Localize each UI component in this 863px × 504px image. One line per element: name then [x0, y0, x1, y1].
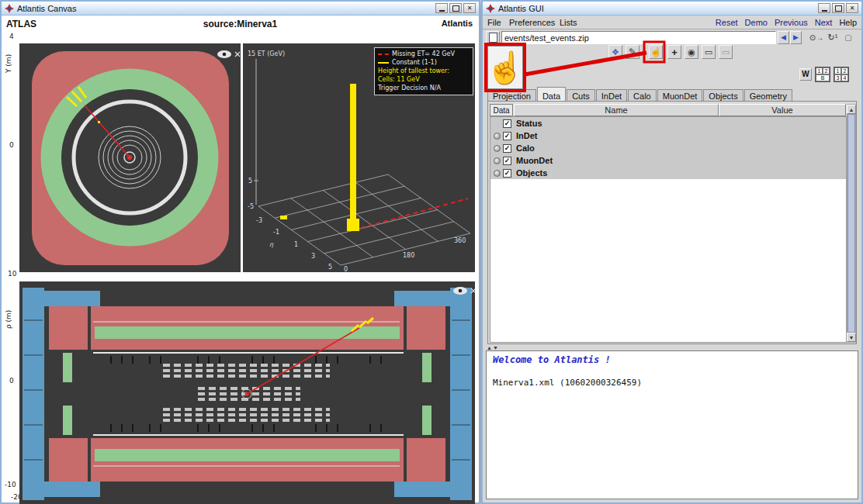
- yx-yaxis-label: Y (m): [5, 54, 12, 73]
- expand-toggle-icon[interactable]: [494, 145, 501, 152]
- magnified-pick-cursor: ☝: [487, 46, 523, 89]
- new-window-icon[interactable]: ▢: [841, 31, 855, 44]
- lego-legend: Missing ET= 42 GeV Constant (1-1) Height…: [374, 47, 473, 95]
- atlantis-gui-window: Atlantis GUI ✕ File Preferences Lists Re…: [483, 2, 861, 502]
- canvas-titlebar[interactable]: Atlantis Canvas ✕: [2, 2, 479, 16]
- svg-text:3: 3: [311, 253, 315, 260]
- svg-text:0: 0: [344, 266, 348, 272]
- yx-ytick-zero: 0: [9, 141, 14, 149]
- step-mode-icon[interactable]: ⊙→: [809, 31, 824, 44]
- table-row-status[interactable]: ✓ Status: [490, 117, 846, 129]
- table-scrollbar[interactable]: ▲ ▼: [847, 104, 856, 343]
- legend-constant: Constant (1-1): [392, 58, 437, 67]
- draw-mode-icon[interactable]: ✎: [626, 45, 639, 59]
- svg-text:-3: -3: [256, 217, 262, 224]
- menu-lists[interactable]: Lists: [560, 18, 577, 27]
- fisheye-mode-icon[interactable]: ◉: [685, 45, 698, 59]
- minimize-icon[interactable]: [818, 3, 830, 13]
- rz-rhoaxis-label: ρ (m): [5, 310, 12, 329]
- file-icon: [489, 33, 497, 43]
- rz-rhotick-zero: 0: [9, 377, 14, 385]
- yx-projection-view[interactable]: [19, 43, 241, 272]
- menu-preferences[interactable]: Preferences: [509, 18, 555, 27]
- row-label: Calo: [516, 143, 535, 153]
- maximize-icon[interactable]: [449, 3, 462, 13]
- scrollbar-thumb[interactable]: [847, 114, 855, 333]
- row-label: MuonDet: [516, 156, 553, 165]
- menu-help[interactable]: Help: [839, 18, 857, 27]
- next-event-button[interactable]: ▶: [790, 31, 802, 44]
- copy-icon[interactable]: ▭: [719, 45, 733, 59]
- yx-ytick-top: 4: [9, 33, 14, 40]
- status-checkbox[interactable]: ✓: [503, 119, 511, 128]
- app-icon: [5, 4, 14, 13]
- et-tower: [350, 84, 356, 231]
- zoom-move-rotate-icon[interactable]: ❖: [608, 45, 622, 59]
- expand-toggle-icon[interactable]: [494, 157, 501, 164]
- hand-cursor-icon: ☝: [486, 50, 525, 86]
- table-row-muondet[interactable]: ✓ MuonDet: [490, 154, 846, 167]
- rz-rhotick-bottom: -10: [5, 481, 16, 488]
- data-tab-panel: Data Name Value ✓ Status ✓ InDet ✓ Calo: [487, 101, 857, 344]
- layout-grid-button[interactable]: 12 34: [834, 67, 849, 82]
- menu-demo[interactable]: Demo: [745, 18, 768, 27]
- loop-once-icon[interactable]: ↻¹: [826, 31, 840, 44]
- table-row-indet[interactable]: ✓ InDet: [490, 129, 846, 142]
- data-corner-tab[interactable]: Data: [490, 104, 513, 116]
- layout-split-button[interactable]: 12 B: [815, 67, 830, 82]
- constant-sample: [378, 62, 389, 64]
- rz-rhotick-top: 10: [8, 270, 16, 278]
- objects-checkbox[interactable]: ✓: [503, 169, 511, 178]
- console-output[interactable]: Welcome to Atlantis ! Minerva1.xml (1060…: [486, 350, 858, 499]
- menu-right-group: Reset Demo Previous Next Help: [716, 18, 857, 27]
- rubberband-zoom-icon[interactable]: ▭: [702, 45, 716, 59]
- svg-text:180: 180: [403, 252, 414, 259]
- canvas-body: ATLAS source:Minerva1 Atlantis 4 Y (m) 0…: [2, 16, 479, 502]
- svg-text:1: 1: [294, 241, 298, 248]
- atlantis-canvas-window: Atlantis Canvas ✕ ATLAS source:Minerva1 …: [2, 2, 479, 502]
- table-row-objects[interactable]: ✓ Objects: [490, 167, 846, 179]
- close-icon[interactable]: ✕: [463, 3, 476, 13]
- row-label: Status: [516, 119, 542, 128]
- event-file-input[interactable]: [501, 31, 776, 44]
- menu-reset[interactable]: Reset: [716, 18, 738, 27]
- expand-toggle-icon[interactable]: [494, 133, 501, 140]
- legend-missing-et: Missing ET= 42 GeV: [392, 50, 455, 58]
- w-window-button[interactable]: W: [799, 68, 812, 81]
- column-header-name[interactable]: Name: [514, 104, 719, 116]
- previous-event-button[interactable]: ◀: [778, 31, 789, 44]
- menu-next[interactable]: Next: [815, 18, 833, 27]
- pan-mode-icon[interactable]: +: [667, 45, 681, 59]
- welcome-message: Welcome to Atlantis !: [493, 354, 851, 365]
- split-divider[interactable]: ▲ ▼: [484, 344, 860, 350]
- menu-file[interactable]: File: [487, 18, 501, 27]
- legend-height-title: Height of tallest tower:: [378, 67, 449, 75]
- close-icon[interactable]: ✕: [846, 3, 858, 13]
- legend-cells: Cells: 11 GeV: [378, 75, 420, 84]
- svg-text:5: 5: [328, 264, 332, 271]
- collapse-down-icon[interactable]: ▼: [493, 345, 498, 350]
- svg-text:-5: -5: [248, 203, 254, 210]
- canvas-header-atlantis: Atlantis: [442, 19, 473, 28]
- rz-projection-view[interactable]: [19, 281, 475, 504]
- collapse-up-icon[interactable]: ▲: [487, 345, 492, 350]
- calo-checkbox[interactable]: ✓: [503, 144, 511, 153]
- maximize-icon[interactable]: [832, 3, 844, 13]
- pick-mode-icon[interactable]: ☝: [649, 45, 663, 59]
- svg-text:360: 360: [454, 237, 466, 244]
- scroll-down-icon[interactable]: ▼: [847, 333, 856, 342]
- open-file-button[interactable]: [486, 31, 500, 44]
- indet-checkbox[interactable]: ✓: [503, 132, 511, 140]
- desktop: Atlantis Canvas ✕ ATLAS source:Minerva1 …: [0, 0, 863, 504]
- menu-previous[interactable]: Previous: [775, 18, 808, 27]
- minimize-icon[interactable]: [435, 3, 448, 13]
- gui-titlebar[interactable]: Atlantis GUI ✕: [483, 2, 861, 16]
- app-icon: [486, 4, 495, 13]
- muondet-checkbox[interactable]: ✓: [503, 157, 511, 165]
- et-axis-label: 15 ET (GeV): [248, 50, 285, 57]
- data-tree-table: ✓ Status ✓ InDet ✓ Calo ✓ MuonDet: [490, 116, 847, 343]
- expand-toggle-icon[interactable]: [494, 170, 501, 177]
- table-row-calo[interactable]: ✓ Calo: [490, 142, 846, 154]
- scroll-up-icon[interactable]: ▲: [847, 105, 856, 114]
- column-header-value[interactable]: Value: [719, 104, 846, 116]
